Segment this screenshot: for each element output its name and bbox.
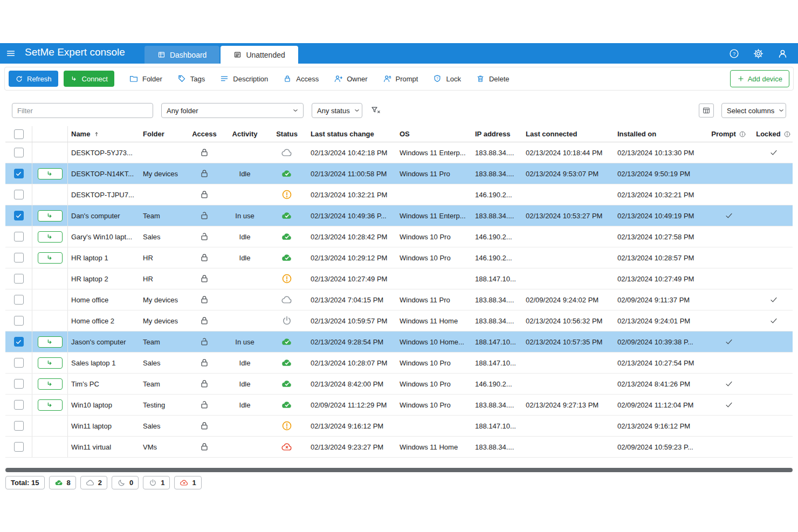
locked-check-icon bbox=[769, 295, 778, 304]
power-filter-badge[interactable]: 1 bbox=[143, 476, 170, 489]
table-row[interactable]: Win11 laptop Sales 02/13/2024 9:16:12 PM… bbox=[5, 416, 793, 437]
row-checkbox[interactable] bbox=[14, 148, 24, 157]
status-filter-select[interactable]: Any status bbox=[312, 103, 362, 118]
column-header-name[interactable]: Name bbox=[68, 126, 140, 142]
folder-button[interactable]: Folder bbox=[129, 71, 162, 87]
device-ip: 188.147.10... bbox=[469, 353, 520, 373]
row-connect-button[interactable] bbox=[38, 399, 63, 411]
column-header-locked[interactable]: Locked bbox=[754, 126, 793, 142]
tab-unattended[interactable]: Unattended bbox=[221, 46, 298, 64]
row-connect-button[interactable] bbox=[38, 378, 63, 390]
chevron-down-icon bbox=[292, 107, 299, 114]
delete-button[interactable]: Delete bbox=[476, 71, 510, 87]
tags-button[interactable]: Tags bbox=[177, 71, 205, 87]
device-name: HR laptop 2 bbox=[68, 268, 140, 289]
table-row[interactable]: DESKTOP-5YJ73... 02/13/2024 10:42:18 PM … bbox=[5, 142, 793, 163]
table-view-icon[interactable] bbox=[699, 103, 714, 118]
column-header-activity[interactable]: Activity bbox=[221, 126, 269, 142]
row-checkbox[interactable] bbox=[14, 295, 24, 305]
table-row[interactable]: Win11 virtual VMs 02/13/2024 9:23:27 PM … bbox=[5, 437, 793, 458]
row-checkbox[interactable] bbox=[14, 358, 24, 368]
row-connect-button[interactable] bbox=[38, 252, 63, 264]
table-row[interactable]: Sales laptop 1 Sales Idle 02/13/2024 10:… bbox=[5, 353, 793, 374]
clear-filters-icon[interactable] bbox=[370, 105, 381, 116]
svg-text:?: ? bbox=[437, 77, 439, 80]
row-checkbox[interactable] bbox=[14, 400, 24, 410]
column-header-prompt[interactable]: Prompt bbox=[703, 126, 754, 142]
row-connect-button[interactable] bbox=[38, 210, 63, 222]
column-header-last-connected[interactable]: Last connected bbox=[520, 126, 611, 142]
menu-icon[interactable] bbox=[0, 43, 22, 64]
table-row[interactable]: Win10 laptop Testing Idle 02/09/2024 11:… bbox=[5, 395, 793, 416]
table-row[interactable]: Home office 2 My devices 02/13/2024 10:5… bbox=[5, 310, 793, 331]
folder-filter-select[interactable]: Any folder bbox=[161, 103, 304, 118]
column-header-last-status-change[interactable]: Last status change bbox=[305, 126, 394, 142]
offline-filter-badge[interactable]: 2 bbox=[80, 476, 107, 489]
row-checkbox[interactable] bbox=[14, 316, 24, 326]
filter-input[interactable] bbox=[12, 103, 153, 118]
info-icon[interactable] bbox=[739, 130, 746, 138]
device-os bbox=[394, 184, 469, 205]
select-all-checkbox[interactable] bbox=[14, 129, 24, 139]
refresh-button[interactable]: Refresh bbox=[9, 71, 58, 87]
table-row[interactable]: Gary's Win10 lapt... Sales Idle 02/13/20… bbox=[5, 226, 793, 247]
table-row[interactable]: Home office My devices 02/13/2024 7:04:1… bbox=[5, 289, 793, 310]
row-checkbox[interactable] bbox=[14, 190, 24, 199]
row-connect-button[interactable] bbox=[38, 231, 63, 243]
row-connect-button[interactable] bbox=[38, 336, 63, 348]
device-folder: Sales bbox=[140, 353, 188, 373]
row-checkbox[interactable] bbox=[14, 211, 24, 220]
info-icon[interactable] bbox=[783, 130, 791, 138]
table-row[interactable]: Tim's PC Team Idle 02/13/2024 8:42:00 PM… bbox=[5, 374, 793, 395]
user-account-icon[interactable] bbox=[777, 48, 788, 59]
table-row[interactable]: HR laptop 2 HR 02/13/2024 10:27:49 PM 18… bbox=[5, 268, 793, 289]
row-checkbox[interactable] bbox=[14, 232, 24, 241]
chevron-down-icon bbox=[778, 107, 785, 114]
device-activity bbox=[221, 310, 269, 331]
lock-button[interactable]: ? Lock bbox=[432, 71, 460, 87]
table-row[interactable]: DESKTOP-TJPU7... 02/13/2024 10:32:21 PM … bbox=[5, 184, 793, 205]
select-columns-dropdown[interactable]: Select columns bbox=[721, 103, 786, 118]
device-os: Windows 11 Home bbox=[394, 310, 469, 331]
row-checkbox[interactable] bbox=[14, 379, 24, 389]
prompt-button[interactable]: Prompt bbox=[382, 71, 418, 87]
error-filter-badge[interactable]: 1 bbox=[174, 476, 201, 489]
column-header-os[interactable]: OS bbox=[394, 126, 469, 142]
device-activity: Idle bbox=[221, 374, 269, 394]
tab-dashboard[interactable]: Dashboard bbox=[145, 46, 220, 64]
device-name: DESKTOP-5YJ73... bbox=[68, 142, 140, 163]
table-row[interactable]: DESKTOP-N14KT... My devices Idle 02/13/2… bbox=[5, 163, 793, 184]
column-header-ip-address[interactable]: IP address bbox=[469, 126, 520, 142]
scrollbar-thumb[interactable] bbox=[5, 468, 793, 472]
badge-count: 1 bbox=[192, 479, 196, 487]
locked-icon bbox=[199, 168, 210, 179]
row-checkbox[interactable] bbox=[14, 253, 24, 262]
row-checkbox[interactable] bbox=[14, 421, 24, 431]
description-button[interactable]: Description bbox=[219, 71, 268, 87]
column-header-access[interactable]: Access bbox=[188, 126, 221, 142]
row-connect-button[interactable] bbox=[38, 357, 63, 369]
column-header-folder[interactable]: Folder bbox=[140, 126, 188, 142]
device-ip: 188.147.10... bbox=[469, 416, 520, 436]
add-device-button[interactable]: Add device bbox=[730, 70, 789, 87]
table-row[interactable]: Jason's computer Team In use 02/13/2024 … bbox=[5, 331, 793, 353]
help-icon[interactable]: ? bbox=[728, 48, 740, 59]
column-header-installed-on[interactable]: Installed on bbox=[611, 126, 703, 142]
column-header-status[interactable]: Status bbox=[269, 126, 305, 142]
device-ip: 183.88.34.... bbox=[469, 163, 520, 184]
access-button[interactable]: Access bbox=[283, 71, 319, 87]
status-warning-icon bbox=[281, 420, 293, 432]
row-connect-button[interactable] bbox=[38, 168, 63, 179]
sleep-filter-badge[interactable]: 0 bbox=[112, 476, 139, 489]
table-row[interactable]: Dan's computer Team In use 02/13/2024 10… bbox=[5, 205, 793, 226]
row-checkbox[interactable] bbox=[14, 337, 24, 347]
row-checkbox[interactable] bbox=[14, 274, 24, 284]
connect-button[interactable]: Connect bbox=[64, 71, 114, 87]
settings-gear-icon[interactable] bbox=[753, 48, 764, 59]
table-row[interactable]: HR laptop 1 HR Idle 02/13/2024 10:29:12 … bbox=[5, 247, 793, 268]
row-checkbox[interactable] bbox=[14, 169, 24, 178]
online-filter-badge[interactable]: 8 bbox=[49, 476, 76, 489]
owner-button[interactable]: Owner bbox=[333, 71, 367, 87]
row-checkbox[interactable] bbox=[14, 442, 24, 452]
access-lock-icon bbox=[283, 74, 292, 84]
